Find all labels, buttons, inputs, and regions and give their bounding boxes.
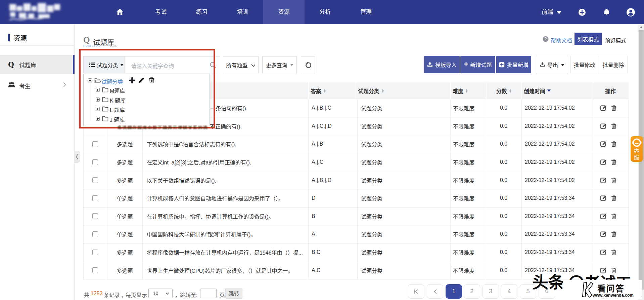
- svg-text:?: ?: [544, 37, 547, 41]
